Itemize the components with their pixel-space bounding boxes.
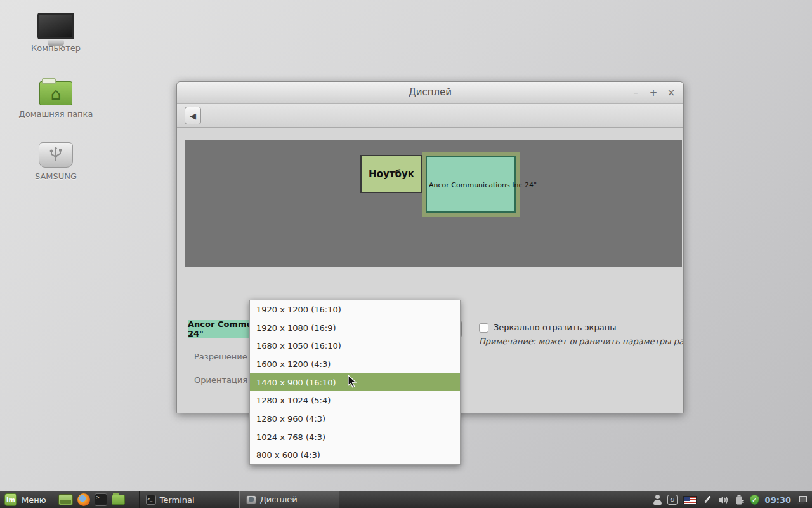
titlebar[interactable]: Дисплей – + × bbox=[177, 82, 683, 104]
tablet-pen-icon[interactable] bbox=[702, 495, 712, 505]
desktop-icon-label: SAMSUNG bbox=[15, 171, 97, 181]
terminal-icon bbox=[146, 495, 156, 505]
minimize-button[interactable]: – bbox=[631, 87, 640, 98]
update-manager-shield-icon[interactable]: ✓ bbox=[750, 495, 759, 505]
taskbar: lm Меню Terminal Дисплей ↻ ✓ 09:30 bbox=[0, 491, 812, 508]
resolution-label: Разрешение bbox=[194, 352, 247, 361]
battery-icon[interactable] bbox=[735, 495, 744, 505]
keyboard-layout-us-icon[interactable] bbox=[683, 496, 697, 504]
orientation-label: Ориентация bbox=[194, 375, 247, 385]
resolution-option[interactable]: 1280 x 960 (4:3) bbox=[250, 410, 460, 428]
close-button[interactable]: × bbox=[667, 87, 676, 98]
taskbar-task-terminal[interactable]: Terminal bbox=[139, 491, 239, 508]
resolution-option[interactable]: 1920 x 1080 (16:9) bbox=[250, 319, 460, 337]
monitor-external[interactable]: Ancor Communications Inc 24" bbox=[426, 156, 516, 213]
screensaver-icon[interactable]: ↻ bbox=[667, 495, 678, 505]
terminal-launcher-icon[interactable] bbox=[95, 493, 107, 506]
desktop-icon-home[interactable]: ⌂ Домашняя папка bbox=[15, 76, 97, 119]
system-tray: ↻ ✓ 09:30 bbox=[653, 495, 812, 505]
volume-icon[interactable] bbox=[718, 495, 730, 505]
back-arrow-icon: ◀ bbox=[190, 111, 196, 121]
desktop-icon-samsung[interactable]: SAMSUNG bbox=[15, 142, 97, 181]
desktop-icon-label: Домашняя папка bbox=[15, 109, 97, 119]
window-title: Дисплей bbox=[177, 86, 683, 98]
show-desktop-icon[interactable] bbox=[58, 494, 73, 505]
display-settings-icon bbox=[246, 495, 256, 504]
file-manager-icon[interactable] bbox=[112, 495, 125, 505]
clock[interactable]: 09:30 bbox=[765, 495, 791, 505]
taskbar-task-display[interactable]: Дисплей bbox=[239, 491, 339, 508]
mirror-note: Примечание: может ограничить параметры р… bbox=[479, 337, 683, 346]
monitor-external-selected-frame: Ancor Communications Inc 24" bbox=[422, 152, 520, 217]
window-list-icon[interactable] bbox=[797, 496, 807, 504]
resolution-option[interactable]: 1680 x 1050 (16:10) bbox=[250, 337, 460, 355]
back-button[interactable]: ◀ bbox=[185, 107, 201, 124]
resolution-option[interactable]: 800 x 600 (4:3) bbox=[250, 446, 460, 464]
resolution-option[interactable]: 1280 x 1024 (5:4) bbox=[250, 391, 460, 410]
mouse-cursor bbox=[348, 375, 357, 391]
desktop-icon-computer[interactable]: Компьютер bbox=[15, 13, 97, 53]
toolbar: ◀ bbox=[177, 104, 683, 128]
monitor-arrangement-panel: Ноутбук Ancor Communications Inc 24" bbox=[185, 140, 682, 267]
resolution-option[interactable]: 1600 x 1200 (4:3) bbox=[250, 355, 460, 373]
maximize-button[interactable]: + bbox=[649, 87, 658, 98]
mirror-screens-label[interactable]: Зеркально отразить экраны bbox=[494, 323, 616, 332]
mirror-screens-checkbox[interactable] bbox=[479, 323, 488, 333]
monitor-laptop[interactable]: Ноутбук bbox=[360, 155, 422, 193]
menu-button[interactable]: Меню bbox=[22, 495, 46, 505]
mint-menu-icon[interactable]: lm bbox=[4, 493, 17, 506]
home-folder-icon: ⌂ bbox=[39, 81, 72, 105]
usb-drive-icon bbox=[39, 142, 73, 168]
computer-icon bbox=[37, 13, 74, 39]
user-accounts-icon[interactable] bbox=[653, 495, 662, 505]
resolution-option[interactable]: 1920 x 1200 (16:10) bbox=[250, 300, 460, 319]
firefox-icon[interactable] bbox=[77, 493, 90, 506]
resolution-option[interactable]: 1024 x 768 (4:3) bbox=[250, 428, 460, 446]
